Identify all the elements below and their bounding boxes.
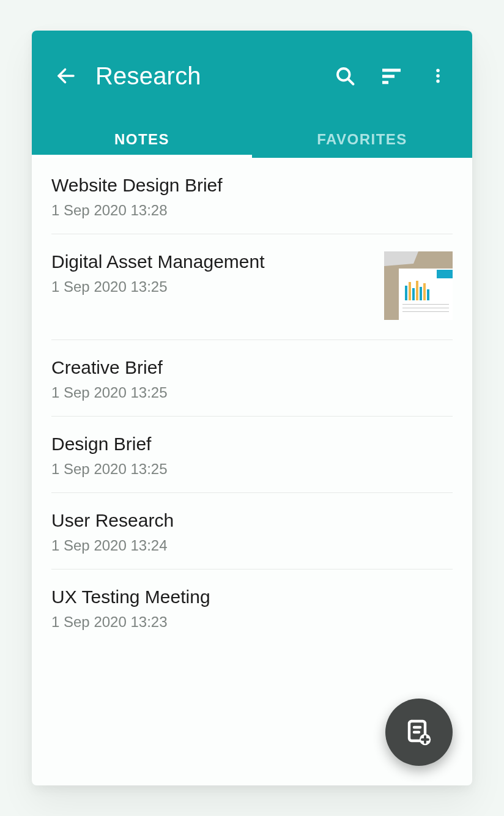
tab-notes[interactable]: NOTES <box>32 121 252 158</box>
svg-rect-5 <box>382 81 388 84</box>
svg-point-7 <box>436 74 440 78</box>
list-item[interactable]: Creative Brief 1 Sep 2020 13:25 <box>51 340 453 417</box>
list-item-text: User Research 1 Sep 2020 13:24 <box>51 510 453 554</box>
note-add-icon <box>404 718 434 747</box>
app-bar-top-row: Research <box>32 31 472 121</box>
notes-list: Website Design Brief 1 Sep 2020 13:28 Di… <box>32 158 472 645</box>
svg-rect-20 <box>402 304 449 305</box>
thumbnail-image-icon <box>384 251 453 320</box>
svg-point-8 <box>436 80 440 83</box>
search-button[interactable] <box>328 59 362 93</box>
back-arrow-icon <box>55 65 77 87</box>
svg-rect-13 <box>405 286 407 300</box>
list-item-text: UX Testing Meeting 1 Sep 2020 13:23 <box>51 587 453 631</box>
note-title: UX Testing Meeting <box>51 587 453 607</box>
sort-button[interactable] <box>374 59 409 93</box>
svg-rect-18 <box>423 283 426 300</box>
svg-rect-15 <box>412 288 415 300</box>
page-title: Research <box>95 62 322 90</box>
app-bar-actions <box>328 59 455 93</box>
app-bar: Research <box>32 31 472 158</box>
svg-rect-22 <box>402 311 449 312</box>
list-item-text: Creative Brief 1 Sep 2020 13:25 <box>51 357 453 401</box>
note-date: 1 Sep 2020 13:25 <box>51 278 372 295</box>
note-title: Website Design Brief <box>51 175 453 196</box>
note-date: 1 Sep 2020 13:28 <box>51 202 453 219</box>
svg-rect-17 <box>420 287 422 300</box>
sort-icon <box>379 64 404 88</box>
note-date: 1 Sep 2020 13:25 <box>51 461 453 478</box>
list-item[interactable]: Digital Asset Management 1 Sep 2020 13:2… <box>51 234 453 340</box>
app-frame: Research <box>32 31 472 785</box>
svg-rect-21 <box>402 308 449 308</box>
note-title: User Research <box>51 510 453 531</box>
list-item[interactable]: Website Design Brief 1 Sep 2020 13:28 <box>51 158 453 234</box>
back-button[interactable] <box>49 59 83 93</box>
list-item[interactable]: Design Brief 1 Sep 2020 13:25 <box>51 417 453 493</box>
svg-rect-14 <box>409 282 411 300</box>
overflow-menu-button[interactable] <box>421 59 455 93</box>
note-title: Design Brief <box>51 434 453 454</box>
svg-rect-12 <box>437 270 453 278</box>
list-item[interactable]: User Research 1 Sep 2020 13:24 <box>51 493 453 569</box>
svg-rect-4 <box>382 75 395 78</box>
note-date: 1 Sep 2020 13:23 <box>51 614 453 631</box>
svg-rect-19 <box>427 289 429 300</box>
new-note-fab[interactable] <box>385 699 453 766</box>
search-icon <box>334 65 356 87</box>
tab-favorites[interactable]: FAVORITES <box>252 121 472 158</box>
svg-line-2 <box>348 79 354 84</box>
list-item-text: Digital Asset Management 1 Sep 2020 13:2… <box>51 251 372 295</box>
note-title: Digital Asset Management <box>51 251 372 272</box>
list-item-text: Design Brief 1 Sep 2020 13:25 <box>51 434 453 478</box>
tab-indicator <box>32 155 252 158</box>
tab-label: FAVORITES <box>317 131 407 148</box>
list-item-text: Website Design Brief 1 Sep 2020 13:28 <box>51 175 453 219</box>
note-date: 1 Sep 2020 13:25 <box>51 384 453 401</box>
note-title: Creative Brief <box>51 357 453 378</box>
tabs: NOTES FAVORITES <box>32 121 472 158</box>
note-thumbnail <box>384 251 453 320</box>
svg-point-6 <box>436 69 440 73</box>
svg-rect-3 <box>382 69 401 72</box>
tab-label: NOTES <box>114 131 169 148</box>
svg-rect-16 <box>416 281 418 300</box>
list-item[interactable]: UX Testing Meeting 1 Sep 2020 13:23 <box>51 569 453 645</box>
more-vert-icon <box>429 67 447 85</box>
note-date: 1 Sep 2020 13:24 <box>51 537 453 554</box>
